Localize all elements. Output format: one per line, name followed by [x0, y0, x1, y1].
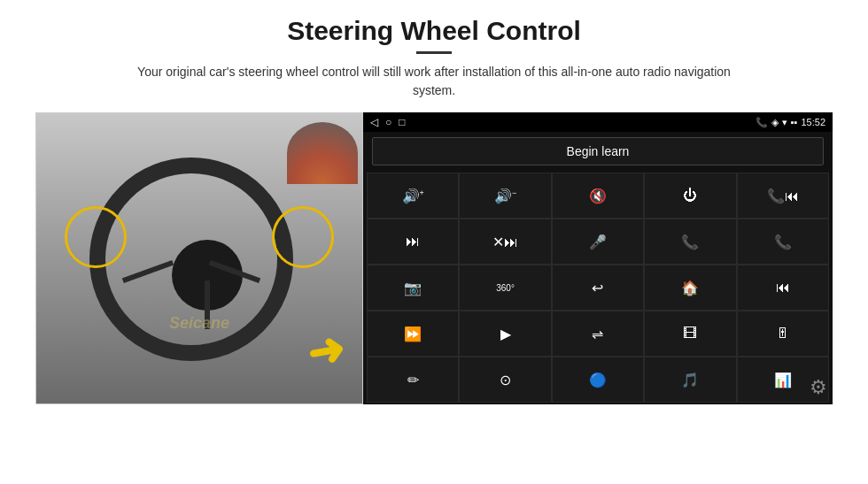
gauges	[287, 122, 358, 184]
mute-icon: 🔇	[589, 188, 607, 204]
grid-cell-back[interactable]: ↩	[552, 265, 644, 311]
control-panel: ◁ ○ □ 📞 ◈ ▾ ▪▪ 15:52 Begin learn	[363, 112, 833, 404]
grid-cell-navigate[interactable]: ▶	[459, 311, 551, 357]
grid-cell-prev-track[interactable]: ⏮	[737, 265, 829, 311]
vol-up-icon: 🔊+	[402, 188, 424, 204]
edit-icon: ✏	[407, 372, 419, 388]
grid-cell-fast-fwd[interactable]: ⏩	[367, 311, 459, 357]
grid-cell-call[interactable]: 📞	[644, 219, 736, 265]
360-icon: 360°	[496, 283, 515, 293]
grid-cell-camera[interactable]: 📷	[367, 265, 459, 311]
hangup-icon: 📞	[774, 234, 792, 250]
record-icon: ⊙	[500, 372, 511, 388]
grid-cell-home[interactable]: 🏠	[644, 265, 736, 311]
page-subtitle: Your original car's steering wheel contr…	[124, 63, 744, 100]
status-left: ◁ ○ □	[370, 116, 406, 128]
back-icon: ↩	[592, 280, 603, 296]
grid-cell-vol-up[interactable]: 🔊+	[367, 173, 459, 219]
home-nav-icon[interactable]: ○	[385, 116, 391, 128]
grid-cell-power[interactable]: ⏻	[644, 173, 736, 219]
clock-display: 15:52	[801, 117, 825, 127]
car-photo: ➜ Seicane	[35, 112, 363, 404]
grid-cell-media[interactable]: 🎞	[644, 311, 736, 357]
next-track-icon: ⏭	[406, 234, 420, 250]
icon-grid: 🔊+ 🔊− 🔇 ⏻ 📞⏮ ⏭ ✕⏭ 🎤 📞 📞 📷 360° ↩ 🏠	[363, 171, 833, 404]
grid-cell-next-track[interactable]: ⏭	[367, 219, 459, 265]
power-icon: ⏻	[683, 188, 697, 204]
bluetooth-icon: 🔵	[589, 372, 607, 388]
navigate-icon: ▶	[500, 326, 511, 342]
grid-cell-music[interactable]: 🎵	[644, 357, 736, 403]
vol-down-icon: 🔊−	[494, 188, 516, 204]
grid-cell-bluetooth[interactable]: 🔵	[552, 357, 644, 403]
grid-cell-mute[interactable]: 🔇	[552, 173, 644, 219]
grid-cell-360[interactable]: 360°	[459, 265, 551, 311]
grid-cell-mic[interactable]: 🎤	[552, 219, 644, 265]
waveform-icon: 📊	[774, 372, 792, 388]
signal-bars: ▪▪	[791, 117, 798, 127]
grid-cell-hangup[interactable]: 📞	[737, 219, 829, 265]
mic-icon: 🎤	[589, 234, 607, 250]
switch-icon: ⇌	[592, 326, 603, 342]
camera-icon: 📷	[404, 280, 422, 296]
page-title: Steering Wheel Control	[287, 16, 581, 46]
control-panel-wrapper: ◁ ○ □ 📞 ◈ ▾ ▪▪ 15:52 Begin learn	[363, 112, 833, 404]
wifi-status-icon: ▾	[782, 117, 787, 128]
begin-learn-row: Begin learn	[363, 132, 833, 171]
ff-icon: ✕⏭	[492, 234, 518, 250]
spoke-left	[122, 260, 174, 283]
highlight-circle-left	[65, 206, 127, 268]
grid-cell-equalizer[interactable]: 🎚	[737, 311, 829, 357]
fast-fwd-icon: ⏩	[404, 326, 422, 342]
music-icon: 🎵	[681, 372, 699, 388]
highlight-circle-right	[272, 206, 334, 268]
status-right: 📞 ◈ ▾ ▪▪ 15:52	[756, 117, 825, 128]
grid-cell-edit[interactable]: ✏	[367, 357, 459, 403]
grid-cell-vol-down[interactable]: 🔊−	[459, 173, 551, 219]
call-icon: 📞	[681, 234, 699, 250]
grid-cell-record[interactable]: ⊙	[459, 357, 551, 403]
grid-cell-call-prev[interactable]: 📞⏮	[737, 173, 829, 219]
watermark: Seicane	[169, 314, 229, 333]
media-icon: 🎞	[683, 326, 697, 342]
home-icon: 🏠	[681, 280, 699, 296]
back-nav-icon[interactable]: ◁	[370, 116, 378, 128]
grid-cell-switch[interactable]: ⇌	[552, 311, 644, 357]
call-prev-icon: 📞⏮	[767, 188, 799, 204]
page-wrapper: Steering Wheel Control Your original car…	[0, 0, 868, 484]
settings-gear-button[interactable]: ⚙	[810, 376, 827, 399]
title-divider	[416, 51, 452, 54]
recents-nav-icon[interactable]: □	[399, 116, 405, 128]
equalizer-icon: 🎚	[776, 326, 790, 342]
content-row: ➜ Seicane ◁ ○ □ 📞 ◈ ▾ ▪▪	[35, 112, 833, 404]
settings-icon: ⚙	[810, 376, 827, 398]
prev-track-icon: ⏮	[776, 280, 790, 296]
begin-learn-button[interactable]: Begin learn	[372, 137, 824, 165]
location-status-icon: ◈	[771, 117, 779, 128]
phone-status-icon: 📞	[756, 117, 768, 128]
status-bar: ◁ ○ □ 📞 ◈ ▾ ▪▪ 15:52	[363, 112, 833, 132]
grid-cell-ff[interactable]: ✕⏭	[459, 219, 551, 265]
